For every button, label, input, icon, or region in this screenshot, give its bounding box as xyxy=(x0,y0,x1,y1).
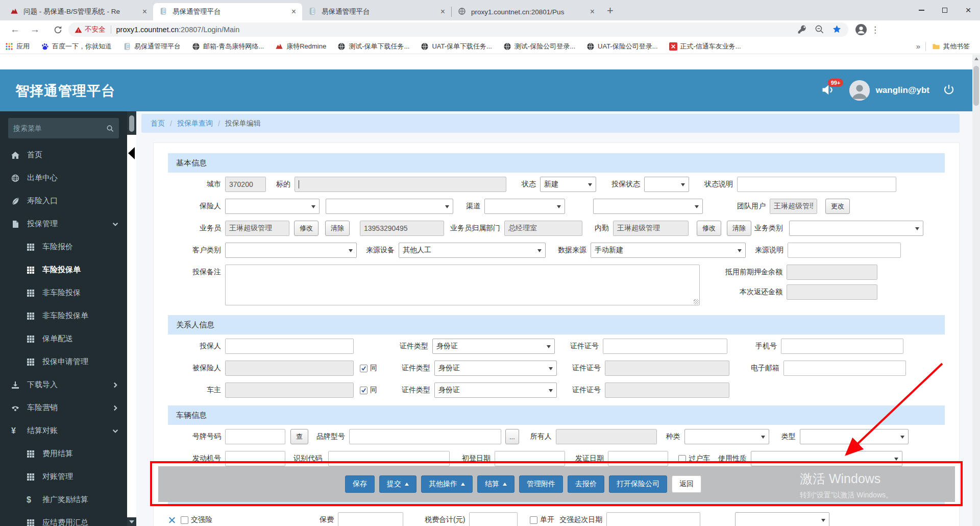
password-key-icon[interactable] xyxy=(797,25,807,35)
new-tab-button[interactable]: + xyxy=(607,4,614,17)
compulsory-checkbox[interactable] xyxy=(181,516,188,524)
browser-tab-active[interactable]: 易保通管理平台 × xyxy=(153,3,302,20)
plate-search-button[interactable]: 查 xyxy=(290,429,308,444)
insurance-extra-select[interactable] xyxy=(735,512,829,526)
browser-tab-proxy[interactable]: proxy1.countnet.cn:20801/Pus × xyxy=(452,3,601,20)
source-device-select[interactable]: 其他人工 xyxy=(399,243,546,258)
tab-close-icon[interactable]: × xyxy=(289,7,298,16)
insurer-select-1[interactable] xyxy=(225,199,320,214)
notifications-speaker-icon[interactable]: 99+ xyxy=(821,83,836,98)
salesman-clear-button[interactable]: 清除 xyxy=(325,221,350,236)
status-note-input[interactable] xyxy=(737,177,896,192)
back-icon[interactable]: ← xyxy=(10,24,20,35)
owner-same-checkbox[interactable] xyxy=(360,387,368,394)
bookmark-test-download[interactable]: 测试-保单下载任务... xyxy=(337,42,409,51)
applicant-cert-type-select[interactable]: 身份证 xyxy=(432,339,555,354)
sidebar-collapse-icon[interactable] xyxy=(128,147,135,159)
sidebar-item-issue-center[interactable]: 出单中心 xyxy=(0,166,127,189)
breadcrumb-home[interactable]: 首页 xyxy=(151,119,165,128)
office-clear-button[interactable]: 清除 xyxy=(727,221,751,236)
collapse-x-icon[interactable] xyxy=(168,516,176,524)
applicant-cert-no-input[interactable] xyxy=(603,339,727,354)
search-icon[interactable] xyxy=(106,125,114,132)
office-modify-button[interactable]: 修改 xyxy=(697,221,721,236)
sidebar-item-auto-marketing[interactable]: 车险营销 xyxy=(0,396,127,419)
sidebar-item-apply-mgmt[interactable]: 投保申请管理 xyxy=(0,350,127,373)
window-minimize-button[interactable] xyxy=(910,0,933,20)
email-input[interactable] xyxy=(783,361,906,376)
browser-menu-icon[interactable]: ⋮ xyxy=(871,25,879,35)
salesman-input[interactable] xyxy=(225,221,289,236)
brand-more-button[interactable]: ... xyxy=(505,429,519,444)
user-avatar[interactable] xyxy=(849,80,870,101)
owner-input[interactable] xyxy=(225,382,354,398)
change-team-button[interactable]: 更改 xyxy=(825,199,850,214)
mobile-input[interactable] xyxy=(781,339,903,354)
window-maximize-button[interactable] xyxy=(933,0,957,20)
bookmark-redmine[interactable]: 康特Redmine xyxy=(275,42,326,51)
insurer-select-2[interactable] xyxy=(326,199,453,214)
sidebar-item-nonauto-insure[interactable]: 非车险投保 xyxy=(0,281,127,304)
tab-close-icon[interactable]: × xyxy=(140,7,149,16)
bookmark-uat-download[interactable]: UAT-保单下载任务... xyxy=(421,42,492,51)
username-label[interactable]: wanglin@ybt xyxy=(876,85,929,95)
bookmark-star-icon[interactable] xyxy=(832,25,842,35)
brand-input[interactable] xyxy=(349,429,501,444)
city-input[interactable] xyxy=(225,177,266,192)
sidebar-item-download-import[interactable]: 下载导入 xyxy=(0,373,127,396)
sidebar-item-auto-quote[interactable]: 车险报价 xyxy=(0,235,127,258)
source-note-input[interactable] xyxy=(788,243,901,258)
salesman-phone-input[interactable] xyxy=(360,221,444,236)
insured-cert-no-input[interactable] xyxy=(605,361,729,376)
sidebar-item-nonauto-application[interactable]: 非车险投保单 xyxy=(0,304,127,327)
omnibox[interactable]: 不安全 proxy1.countnet.cn :20807/Login/Main xyxy=(68,22,848,37)
sidebar-item-home[interactable]: 首页 xyxy=(0,144,127,166)
bookmark-xintong[interactable]: 正式-信通车友业务... xyxy=(669,42,741,51)
resize-handle[interactable] xyxy=(694,299,699,304)
tax-input[interactable] xyxy=(469,512,518,526)
tab-close-icon[interactable]: × xyxy=(438,7,447,16)
insured-input[interactable] xyxy=(225,361,354,376)
applicant-input[interactable] xyxy=(225,339,354,354)
premium-input[interactable] xyxy=(338,512,403,526)
type-select[interactable] xyxy=(800,429,909,444)
sidebar-item-reconciliation[interactable]: 对账管理 xyxy=(0,465,127,488)
sidebar-item-life-entry[interactable]: 寿险入口 xyxy=(0,189,127,212)
remark-textarea[interactable] xyxy=(225,265,700,305)
insured-same-checkbox[interactable] xyxy=(360,365,368,372)
deposit-input[interactable] xyxy=(787,265,877,280)
logout-power-icon[interactable] xyxy=(943,83,955,98)
channel-select-2[interactable] xyxy=(593,199,703,214)
sidebar-item-policy-delivery[interactable]: 保单配送 xyxy=(0,327,127,350)
refund-input[interactable] xyxy=(787,284,877,300)
holder-input[interactable] xyxy=(556,429,657,444)
team-user-input[interactable] xyxy=(770,199,817,214)
sidebar-search[interactable] xyxy=(8,118,119,138)
reload-icon[interactable] xyxy=(51,23,64,36)
insured-cert-type-select[interactable]: 身份证 xyxy=(434,361,557,376)
dept-input[interactable] xyxy=(504,221,582,236)
profile-avatar-icon[interactable] xyxy=(854,23,868,36)
window-close-button[interactable]: × xyxy=(957,0,980,20)
bookmark-uat-login[interactable]: UAT-保险公司登录... xyxy=(586,42,657,51)
not-secure-warning[interactable]: 不安全 xyxy=(75,25,106,34)
tab-close-icon[interactable]: × xyxy=(588,7,597,16)
salesman-modify-button[interactable]: 修改 xyxy=(294,221,318,236)
sidebar-item-fee-settlement[interactable]: 费用结算 xyxy=(0,442,127,465)
office-input[interactable] xyxy=(613,221,689,236)
apply-status-select[interactable] xyxy=(644,177,689,192)
bookmark-test-login[interactable]: 测试-保险公司登录... xyxy=(503,42,575,51)
status-select[interactable]: 新建 xyxy=(540,177,596,192)
bookmark-ybt[interactable]: 易保通管理平台 xyxy=(123,42,181,51)
subject-input[interactable] xyxy=(295,177,506,192)
breadcrumb-query[interactable]: 投保单查询 xyxy=(177,119,213,128)
zoom-out-icon[interactable] xyxy=(815,25,825,35)
sidebar-scrollbar[interactable] xyxy=(127,111,136,526)
owner-cert-type-select[interactable]: 身份证 xyxy=(434,382,557,398)
start-date-input[interactable] xyxy=(606,512,700,526)
owner-cert-no-input[interactable] xyxy=(605,382,729,398)
browser-tab-ybt2[interactable]: 易保通管理平台 × xyxy=(302,3,451,20)
channel-select-1[interactable] xyxy=(484,199,565,214)
sidebar-item-fee-summary[interactable]: 应结费用汇总 xyxy=(0,511,127,526)
sidebar-item-promo-reward[interactable]: $ 推广奖励结算 xyxy=(0,488,127,511)
